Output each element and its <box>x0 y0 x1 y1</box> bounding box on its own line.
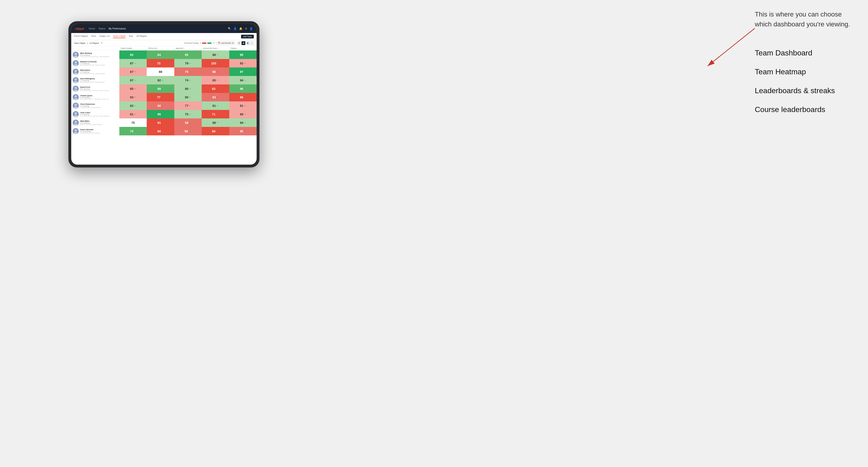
player-handicap-9: 11-15 Handicap <box>80 131 100 132</box>
player-info-6[interactable]: Chris Robertson 1-5 Handicap Craigmillar… <box>71 101 119 110</box>
header-around-green[interactable]: Around the Green ↓ <box>202 46 229 51</box>
metric-value: 86 <box>240 96 243 99</box>
player-name-9: Aaron Nicholls <box>80 129 100 131</box>
sub-nav-teamclippd[interactable]: Team Clippd <box>113 35 125 38</box>
sub-nav-allplayers[interactable]: All Players <box>136 35 147 38</box>
nav-link-teams[interactable]: Teams <box>98 27 105 30</box>
metric-cell-0-3: 881▼ <box>202 51 229 59</box>
player-text-5: Charlie Quick 6-10 Handicap St. George's… <box>80 95 110 100</box>
metric-inner-7-3: 7111▼ <box>202 110 229 118</box>
metric-cell-8-0: 75 <box>119 118 147 127</box>
table-row[interactable]: Chris Robertson 1-5 Handicap Craigmillar… <box>71 101 257 110</box>
metric-cell-8-3: 882▼ <box>202 118 229 127</box>
player-handicap-6: 1-5 Handicap <box>80 105 101 107</box>
metric-inner-9-0: 748▲ <box>119 127 147 135</box>
sub-nav-hcaps[interactable]: Hcaps 1-5 <box>99 35 110 38</box>
player-info-8[interactable]: Matt Miller 6-10 Handicap Woburn Golf Cl… <box>71 118 119 127</box>
round-neg-value: -5 <box>199 42 201 44</box>
metric-cell-1-4: 923▼ <box>229 59 257 67</box>
bell-icon[interactable]: 🔔 <box>239 27 243 30</box>
metric-inner-4-1: 897▲ <box>147 85 174 93</box>
table-row[interactable]: Charlie Quick 6-10 Handicap St. George's… <box>71 93 257 101</box>
player-info-1[interactable]: Edward Crossman 1-5 Handicap Sunningdale… <box>71 59 119 67</box>
nav-bar: clippd Home Teams My Performance 🔍 👤 🔔 ⚙… <box>71 24 257 33</box>
download-view-button[interactable]: ↓ <box>250 41 254 45</box>
metric-value: 91 <box>240 104 243 107</box>
metric-change: 1▲ <box>244 80 246 81</box>
team-bar-right: 20 Round Change -5 +5 📅 Last Rounds: 20 … <box>184 41 254 45</box>
metric-change: 1▲ <box>134 63 136 64</box>
player-info-9[interactable]: Aaron Nicholls 11-15 Handicap Drift Golf… <box>71 127 119 135</box>
metric-value: 85 <box>212 79 216 82</box>
metric-value: 83 <box>212 87 215 91</box>
player-info-7[interactable]: Josh Coles 1-5 Handicap Royal North Devo… <box>71 110 119 118</box>
table-row[interactable]: Elliot Ebert 1-5 Handicap Sunningdale Go… <box>71 67 257 76</box>
edit-icon[interactable]: ✎ <box>101 42 102 44</box>
player-info-0[interactable]: Blair McHarg Plus Handicap Royal North D… <box>71 51 119 59</box>
header-off-tee[interactable]: Off the Tee ↓ <box>147 46 174 51</box>
pipe-separator: | <box>87 42 88 44</box>
table-row[interactable]: Aaron Nicholls 11-15 Handicap Drift Golf… <box>71 127 257 135</box>
metric-cell-6-0: 823▲ <box>119 101 147 110</box>
nav-logo: clippd <box>75 27 84 30</box>
metric-inner-1-4: 923▼ <box>229 59 257 67</box>
metric-value: 75 <box>185 70 188 73</box>
metric-cell-8-2: 584▲ <box>174 118 202 127</box>
sub-nav-tour[interactable]: Tour <box>129 35 133 38</box>
nav-link-home[interactable]: Home <box>89 27 95 30</box>
header-player-quality[interactable]: Player Quality ↓ <box>119 46 147 51</box>
metric-change: 4▲ <box>189 122 191 123</box>
metric-cell-9-4: 854▼ <box>229 127 257 135</box>
player-club-2: Sunningdale Golf Club, United Kingdom <box>80 73 105 74</box>
grid-view-button[interactable]: ⊞ <box>237 41 241 45</box>
sub-nav-pga[interactable]: PGA <box>91 35 96 38</box>
table-header-row: Player Quality ↓ Off the Tee ↓ Approach … <box>71 46 257 51</box>
person-view-button[interactable]: 👤 <box>246 41 250 45</box>
player-cell-5: Charlie Quick 6-10 Handicap St. George's… <box>71 93 119 101</box>
metric-change: 3▲ <box>244 122 246 123</box>
user-icon[interactable]: 👤 <box>234 27 237 30</box>
player-info-2[interactable]: Elliot Ebert 1-5 Handicap Sunningdale Go… <box>71 67 119 76</box>
table-row[interactable]: Dave Billingham 1-5 Handicap Gog Magog G… <box>71 76 257 85</box>
round-bar-neg <box>202 42 206 44</box>
metric-change: 3▼ <box>134 71 136 72</box>
metric-change: 2▲ <box>161 105 163 106</box>
metric-change: 3▼ <box>189 105 191 106</box>
table-row[interactable]: Blair McHarg Plus Handicap Royal North D… <box>71 51 257 59</box>
nav-link-myperformance[interactable]: My Performance <box>108 27 126 30</box>
last-rounds-button[interactable]: 📅 Last Rounds: 20 <box>216 41 236 45</box>
add-team-button[interactable]: Add Team <box>241 35 254 38</box>
metric-cell-7-1: 958▲ <box>147 110 174 118</box>
table-row[interactable]: David Ford Plus Handicap Royal North Dev… <box>71 85 257 93</box>
metric-change: 3▼ <box>244 105 246 106</box>
team-name: Team Clippd <box>74 42 85 44</box>
metric-inner-4-0: 853▼ <box>119 85 147 93</box>
player-info-3[interactable]: Dave Billingham 1-5 Handicap Gog Magog G… <box>71 76 119 85</box>
metric-value: 88 <box>159 70 162 73</box>
metric-change: 3▲ <box>134 105 136 106</box>
metric-change: 6▲ <box>161 54 163 55</box>
metric-value: 92 <box>240 62 243 65</box>
avatar-icon[interactable]: 👤 <box>250 27 253 30</box>
header-approach[interactable]: Approach ↓ <box>174 46 202 51</box>
content-area: Player Quality ↓ Off the Tee ↓ Approach … <box>71 46 257 165</box>
metric-value: 86 <box>212 70 216 73</box>
metric-change: 3▼ <box>244 63 246 64</box>
heat-view-button[interactable]: ▦ <box>242 41 245 45</box>
metric-inner-0-1: 846▲ <box>147 51 174 59</box>
player-info-5[interactable]: Charlie Quick 6-10 Handicap St. George's… <box>71 93 119 101</box>
metric-cell-5-1: 7714▼ <box>147 93 174 101</box>
header-putting[interactable]: Putting ↓ <box>229 46 257 51</box>
table-row[interactable]: Edward Crossman 1-5 Handicap Sunningdale… <box>71 59 257 67</box>
metric-value: 89 <box>240 113 243 116</box>
metric-inner-5-3: 836▼ <box>202 93 229 101</box>
metric-inner-1-0: 871▲ <box>119 59 147 67</box>
table-row[interactable]: Josh Coles 1-5 Handicap Royal North Devo… <box>71 110 257 118</box>
metric-inner-0-2: 858▲ <box>174 51 202 59</box>
search-icon[interactable]: 🔍 <box>228 27 231 30</box>
metric-cell-8-1: 613▼ <box>147 118 174 127</box>
sub-nav-pgat[interactable]: PGAT Players <box>74 35 88 38</box>
player-info-4[interactable]: David Ford Plus Handicap Royal North Dev… <box>71 85 119 93</box>
table-row[interactable]: Matt Miller 6-10 Handicap Woburn Golf Cl… <box>71 118 257 127</box>
settings-icon[interactable]: ⚙ <box>245 27 247 30</box>
